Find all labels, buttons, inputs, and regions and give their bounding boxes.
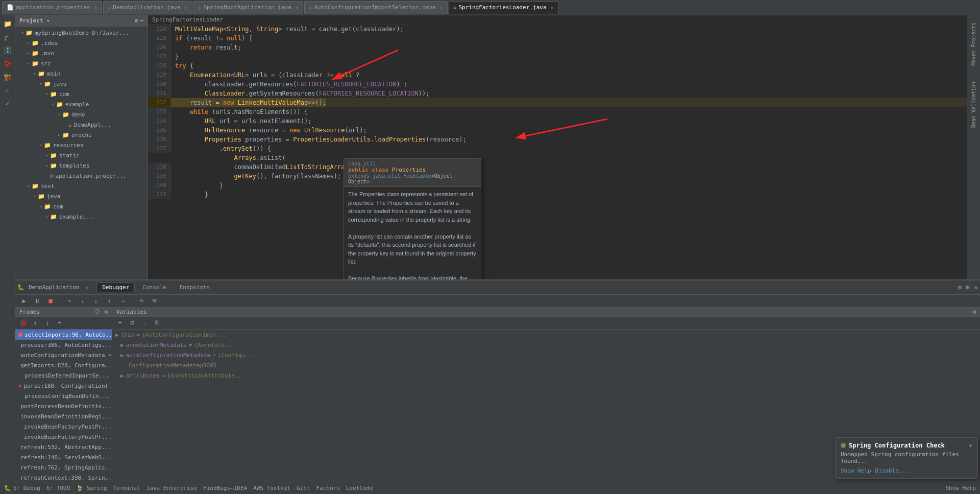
status-terminal[interactable]: Terminal [113,485,140,491]
evaluate-btn[interactable]: ⌨ [136,296,147,306]
step-over-btn[interactable]: ↷ [64,296,75,306]
tree-item-demoapp[interactable]: ☕ DemoAppl... [15,120,148,130]
var-del-icon[interactable]: − [139,318,150,328]
javadoc-body[interactable]: The Properties class represents a persis… [344,187,481,279]
tree-item-test-com[interactable]: ▾ 📁 com [15,201,148,211]
status-factory[interactable]: Factoru [316,485,339,491]
maven-projects-label[interactable]: Maven Projects [971,19,976,68]
tree-item-com[interactable]: ▾ 📁 com [15,89,148,99]
tab-demo-app[interactable]: ☕ DemoApplication.java ✕ [103,1,192,14]
var-autoconfig[interactable]: ▶ autoConfigurationMetadata = (Configu..… [112,350,980,360]
tree-item-main[interactable]: ▾ 📁 main [15,68,148,79]
disable-link[interactable]: Disable... [875,467,909,474]
tree-item-test-java[interactable]: ▾ 📁 java [15,191,148,201]
frame-autoconfig[interactable]: autoConfigurationMetadata =... [15,350,112,360]
frame-show-icon[interactable]: 🐞 [17,318,29,328]
frame-process[interactable]: process:386, AutoConfigu... [15,340,112,350]
frames-settings-icon[interactable]: ⚙ [104,309,108,315]
settings-icon[interactable]: ⚙ [958,284,962,291]
status-todo[interactable]: 6: TODO [46,485,70,491]
frame-refresh762[interactable]: refresh:762, SpringApplic... [15,462,112,473]
tree-item-test[interactable]: ▾ 📁 test [15,181,148,191]
tree-item-idea[interactable]: ▸ 📁 .idea [15,38,148,48]
bean-icon[interactable]: 🫘 [2,57,14,69]
debug-close-icon[interactable]: ✕ [85,285,88,290]
tree-item-orochi[interactable]: ▸ 📁 orochi [15,130,148,140]
tree-item-app-properties[interactable]: ⚙ application.proper... [15,171,148,181]
var-annotation[interactable]: ▶ annotationMetadata = {Annotati... [112,340,980,350]
tree-item-src[interactable]: ▾ 📁 src [15,58,148,68]
resume-btn[interactable]: ▶ [18,296,30,306]
var-settings-icon[interactable]: ⚙ [972,309,976,315]
tab-springboot-app[interactable]: ☕ SpringBootApplication.java ✕ [193,1,303,14]
close-icon[interactable]: ✕ [440,5,443,10]
tree-item-mvn[interactable]: ▸ 📁 .mvn [15,48,148,58]
tab-debugger[interactable]: Debugger [96,283,135,292]
frame-refresh532[interactable]: refresh:532, AbstractApp... [15,442,112,452]
collapse-icon[interactable]: — [140,17,143,24]
learn-icon[interactable]: 🎓 [2,31,14,43]
var-this[interactable]: ▶ this = {AutoConfigurationImpr... [112,330,980,340]
todo-icon[interactable]: ✓ [2,97,14,109]
frames-filter-icon[interactable]: ⏀ [94,309,100,315]
expand-icon[interactable]: ⊞ [966,284,970,291]
database-icon[interactable]: 🗄️ [2,44,14,56]
status-java-enterprise[interactable]: Java Enterprise [146,485,197,491]
frame-getimports[interactable]: getImports:828, Configura... [15,360,112,370]
status-aws[interactable]: AWS Toolkit [253,485,290,491]
frame-refresh140[interactable]: refresh:140, ServletWebS... [15,452,112,462]
code-content[interactable]: 124 MultiValueMap<String, String> result… [148,25,967,279]
frame-processconfig[interactable]: processConfigBeanDefin... [15,391,112,401]
tree-item-demo[interactable]: ▾ 📁 demo [15,109,148,120]
tree-item-example[interactable]: ▾ 📁 example [15,99,148,109]
stop-btn[interactable]: ■ [45,296,56,306]
var-add-icon2[interactable]: ⊞ [127,318,138,328]
frame-processdeferred[interactable]: processDeferedImportSe... [15,370,112,381]
tree-item-resources[interactable]: ▾ 📁 resources [15,140,148,150]
frame-selectImports[interactable]: selectImports:96, AutoCo... [15,330,112,340]
status-leetcode[interactable]: LeetCode [346,485,373,491]
status-spring[interactable]: 🍃 Spring [76,485,107,491]
tab-app-properties[interactable]: 📄 application.properties ✕ [2,1,102,14]
tree-root[interactable]: ▾ 📁 mySpringBootDemo D:/Java/... [15,28,148,38]
pause-btn[interactable]: ⏸ [32,296,43,306]
frame-prev-icon[interactable]: ↑ [30,318,41,328]
tree-item-java[interactable]: ▾ 📁 java [15,79,148,89]
step-out-btn[interactable]: ↑ [104,296,115,306]
frame-invokepost2[interactable]: invokeBeanFactoryPostPr... [15,432,112,442]
show-help-status[interactable]: Show Help [945,485,976,491]
tab-endpoints[interactable]: Endpoints [174,283,216,292]
show-help-link[interactable]: Show Help [841,467,871,474]
var-copy-icon[interactable]: ⎘ [151,318,162,328]
tree-item-static[interactable]: ▸ 📁 static [15,150,148,160]
project-icon[interactable]: 📁 [2,17,14,30]
close-icon[interactable]: ✕ [296,5,299,10]
tab-spring-factories[interactable]: ☕ SpringFactoriesLoader.java ✕ [449,1,558,14]
close-icon[interactable]: ✕ [551,5,554,10]
bean-validation-label[interactable]: Bean Validation [971,79,976,131]
tab-auto-config[interactable]: ☕ AutoConfigurationImportSelector.java ✕ [304,1,448,14]
run-to-cursor-btn[interactable]: ⇢ [117,296,128,306]
frame-invokereg[interactable]: invokeBeanDefinitionRegi... [15,411,112,421]
javadoc-popup[interactable]: java.util public class Properties extend… [344,158,481,279]
frame-add-icon[interactable]: + [54,318,65,328]
settings-icon[interactable]: ⚙ [135,17,138,24]
tab-console[interactable]: Console [137,283,172,292]
tree-item-test-example[interactable]: ▸ 📁 example... [15,211,148,222]
frame-invokepost1[interactable]: invokeBeanFactoryPostPr... [15,421,112,432]
frame-postprocess[interactable]: postProcessBeanDefinitio... [15,401,112,411]
tree-item-templates[interactable]: ▸ 📁 templates [15,160,148,171]
status-git[interactable]: Git: [297,485,310,491]
frame-refreshcontext[interactable]: refreshContext:398, Sprin... [15,473,112,483]
bookmarks-icon[interactable]: ☆ [2,84,14,96]
notification-expand-icon[interactable]: ▾ [969,442,972,449]
step-into-btn[interactable]: ↓ [77,296,88,306]
close-icon[interactable]: ✕ [94,5,97,10]
var-add-icon[interactable]: + [114,318,126,328]
frame-next-icon[interactable]: ↓ [42,318,53,328]
frame-parse[interactable]: ✗parse:188, Configuration(... [15,381,112,391]
force-step-into-btn[interactable]: ⇓ [90,296,102,306]
structure-icon[interactable]: 🏗️ [2,70,14,83]
watch-btn[interactable]: 👁 [149,296,160,306]
var-attributes[interactable]: ▶ attributes = {AnnotationAttribute... [112,370,980,381]
